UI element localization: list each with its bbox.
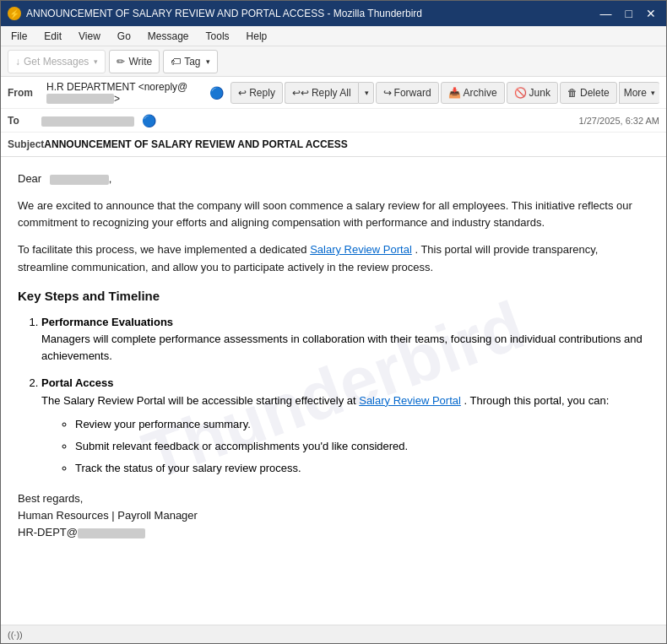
steps-list: Performance Evaluations Managers will co… bbox=[18, 314, 649, 477]
menu-view[interactable]: View bbox=[75, 29, 104, 44]
step1-body: Managers will complete performance asses… bbox=[41, 333, 643, 362]
to-row: To 🔵 1/27/2025, 6:32 AM bbox=[1, 109, 666, 133]
menu-tools[interactable]: Tools bbox=[203, 29, 233, 44]
menu-go[interactable]: Go bbox=[114, 29, 134, 44]
delete-label: Delete bbox=[580, 87, 610, 99]
get-messages-icon: ↓ bbox=[15, 56, 20, 68]
forward-label: Forward bbox=[394, 87, 431, 99]
window-controls: — □ ✕ bbox=[597, 8, 659, 19]
junk-label: Junk bbox=[529, 87, 550, 99]
bullet-3: Track the status of your salary review p… bbox=[75, 460, 649, 477]
reply-all-dropdown[interactable]: ▾ bbox=[358, 82, 374, 104]
closing: Best regards, Human Resources | Payroll … bbox=[18, 490, 649, 541]
delete-button[interactable]: 🗑 Delete bbox=[560, 82, 617, 104]
tag-arrow: ▾ bbox=[206, 57, 210, 66]
to-privacy-icon[interactable]: 🔵 bbox=[142, 114, 156, 127]
forward-button[interactable]: ↪ Forward bbox=[376, 82, 439, 104]
status-bar: ((·)) bbox=[1, 625, 666, 643]
portal-link-2[interactable]: Salary Review Portal bbox=[359, 394, 461, 407]
reply-all-button[interactable]: ↩↩ Reply All bbox=[285, 82, 358, 104]
reply-label: Reply bbox=[249, 87, 275, 99]
sig-line2: HR-DEPT@ bbox=[18, 526, 145, 538]
reply-all-label: Reply All bbox=[312, 87, 351, 99]
menu-file[interactable]: File bbox=[8, 29, 30, 44]
archive-label: Archive bbox=[464, 87, 497, 99]
step2-title: Portal Access bbox=[41, 376, 114, 389]
main-window: ⚡ ANNOUNCEMENT OF SALARY REVIEW AND PORT… bbox=[0, 0, 667, 644]
delete-icon: 🗑 bbox=[567, 87, 578, 99]
window-title: ANNOUNCEMENT OF SALARY REVIEW AND PORTAL… bbox=[26, 8, 422, 19]
step1-title: Performance Evaluations bbox=[41, 316, 173, 328]
to-value: 🔵 bbox=[41, 114, 579, 127]
reply-all-icon: ↩↩ bbox=[292, 87, 309, 99]
step-1: Performance Evaluations Managers will co… bbox=[41, 314, 649, 365]
get-messages-button[interactable]: ↓ Get Messages ▾ bbox=[8, 50, 106, 73]
para2: To facilitate this process, we have impl… bbox=[18, 241, 649, 275]
from-value: H.R DEPARTMENT <noreply@> bbox=[46, 81, 208, 105]
write-button[interactable]: ✏ Write bbox=[109, 50, 160, 73]
step-2: Portal Access The Salary Review Portal w… bbox=[41, 375, 649, 477]
from-email-blur bbox=[46, 94, 114, 104]
menu-message[interactable]: Message bbox=[144, 29, 193, 44]
reply-icon: ↩ bbox=[238, 87, 247, 99]
menu-help[interactable]: Help bbox=[243, 29, 271, 44]
email-actions-row: From H.R DEPARTMENT <noreply@> 🔵 ↩ Reply… bbox=[1, 77, 666, 109]
get-messages-label: Get Messages bbox=[24, 56, 89, 68]
archive-icon: 📥 bbox=[448, 87, 461, 99]
subject-value: ANNOUNCEMENT OF SALARY REVIEW AND PORTAL… bbox=[44, 138, 347, 150]
email-body: Thunderbird Dear , We are excited to ann… bbox=[1, 157, 666, 625]
subject-row: Subject ANNOUNCEMENT OF SALARY REVIEW AN… bbox=[1, 133, 666, 156]
bullet-1: Review your performance summary. bbox=[75, 416, 649, 433]
close-button[interactable]: ✕ bbox=[643, 8, 659, 19]
sig-email-blur bbox=[78, 528, 145, 538]
junk-button[interactable]: 🚫 Junk bbox=[507, 82, 558, 104]
title-bar: ⚡ ANNOUNCEMENT OF SALARY REVIEW AND PORT… bbox=[1, 1, 666, 26]
toolbar: ↓ Get Messages ▾ ✏ Write 🏷 Tag ▾ bbox=[1, 46, 666, 77]
tag-icon: 🏷 bbox=[171, 56, 181, 68]
privacy-icon[interactable]: 🔵 bbox=[209, 86, 224, 100]
sig-line1: Human Resources | Payroll Manager bbox=[18, 509, 198, 522]
write-icon: ✏ bbox=[117, 56, 125, 68]
email-content: Dear , We are excited to announce that t… bbox=[18, 170, 649, 542]
para1: We are excited to announce that the comp… bbox=[18, 198, 649, 231]
write-label: Write bbox=[128, 56, 152, 68]
tag-button[interactable]: 🏷 Tag ▾ bbox=[163, 50, 217, 73]
to-label: To bbox=[8, 115, 41, 127]
email-header: From H.R DEPARTMENT <noreply@> 🔵 ↩ Reply… bbox=[1, 77, 666, 157]
more-arrow: ▾ bbox=[651, 89, 655, 97]
bullet-2: Submit relevant feedback or accomplishme… bbox=[75, 438, 649, 455]
greeting-para: Dear , bbox=[18, 170, 649, 187]
status-icon: ((·)) bbox=[8, 630, 23, 640]
minimize-button[interactable]: — bbox=[597, 8, 615, 19]
app-icon: ⚡ bbox=[8, 7, 21, 20]
maximize-button[interactable]: □ bbox=[622, 8, 636, 19]
to-email-blur bbox=[41, 116, 134, 127]
greeting-text: Dear bbox=[18, 172, 41, 185]
section-title: Key Steps and Timeline bbox=[18, 286, 649, 306]
more-group: More ▾ bbox=[619, 82, 659, 104]
more-label: More bbox=[624, 87, 647, 99]
step2-after: . Through this portal, you can: bbox=[464, 394, 610, 407]
portal-bullets: Review your performance summary. Submit … bbox=[41, 416, 649, 477]
more-button[interactable]: More ▾ bbox=[619, 82, 659, 104]
portal-link-1[interactable]: Salary Review Portal bbox=[310, 243, 412, 256]
menu-bar: File Edit View Go Message Tools Help bbox=[1, 26, 666, 46]
reply-all-group: ↩↩ Reply All ▾ bbox=[285, 82, 374, 104]
reply-all-arrow: ▾ bbox=[365, 89, 369, 97]
get-messages-arrow: ▾ bbox=[94, 57, 98, 66]
reply-button[interactable]: ↩ Reply bbox=[230, 82, 283, 104]
title-bar-left: ⚡ ANNOUNCEMENT OF SALARY REVIEW AND PORT… bbox=[8, 7, 422, 20]
junk-icon: 🚫 bbox=[514, 87, 527, 99]
menu-edit[interactable]: Edit bbox=[41, 29, 65, 44]
tag-label: Tag bbox=[184, 56, 200, 68]
email-date: 1/27/2025, 6:32 AM bbox=[579, 116, 659, 126]
recipient-name-blur bbox=[50, 175, 109, 185]
from-label: From bbox=[8, 87, 41, 99]
subject-label: Subject bbox=[8, 138, 44, 150]
forward-icon: ↪ bbox=[383, 87, 392, 99]
step2-before: The Salary Review Portal will be accessi… bbox=[41, 394, 356, 407]
archive-button[interactable]: 📥 Archive bbox=[441, 82, 505, 104]
para2-before: To facilitate this process, we have impl… bbox=[18, 243, 307, 256]
